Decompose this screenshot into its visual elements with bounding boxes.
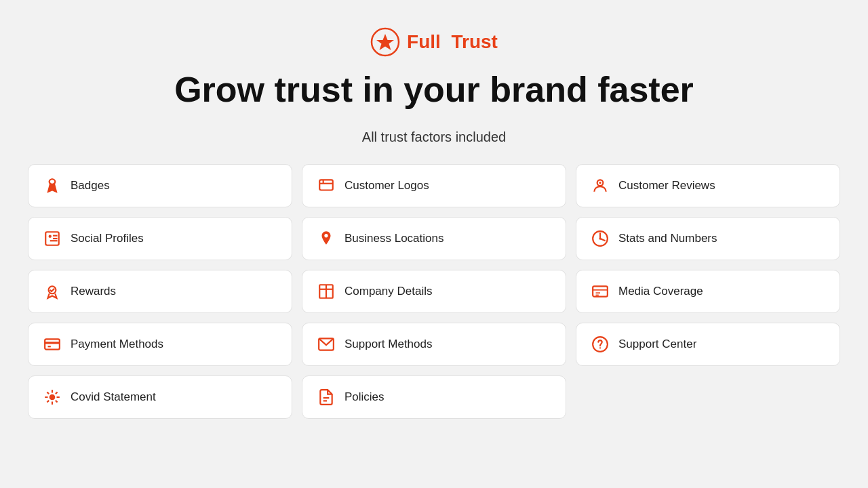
covid-icon — [43, 388, 61, 406]
stats-numbers-label: Stats and Numbers — [618, 232, 717, 245]
media-coverage-icon — [591, 283, 609, 300]
support-center-icon — [591, 336, 609, 353]
grid-item-rewards[interactable]: Rewards — [28, 270, 292, 313]
customer-logos-label: Customer Logos — [344, 179, 429, 192]
grid-item-payment-methods[interactable]: Payment Methods — [28, 323, 292, 366]
svg-line-32 — [47, 392, 49, 394]
logo-text-trust: Trust — [451, 31, 497, 52]
rewards-icon — [43, 283, 61, 300]
logo-text: Full Trust — [407, 31, 498, 53]
trust-factors-grid: Badges Customer Logos Customer Reviews S… — [14, 164, 854, 419]
business-locations-icon — [317, 230, 335, 247]
badges-icon — [43, 177, 61, 195]
grid-item-badges[interactable]: Badges — [28, 164, 292, 207]
svg-rect-21 — [45, 340, 60, 350]
svg-marker-1 — [376, 34, 394, 50]
svg-line-33 — [56, 401, 58, 403]
company-details-icon — [317, 283, 335, 300]
logo-text-full: Full — [407, 31, 441, 52]
grid-item-support-center[interactable]: Support Center — [576, 323, 840, 366]
grid-item-customer-reviews[interactable]: Customer Reviews — [576, 164, 840, 207]
grid-item-support-methods[interactable]: Support Methods — [302, 323, 566, 366]
customer-logos-icon — [317, 177, 335, 195]
stats-icon — [591, 230, 609, 247]
company-details-label: Company Details — [344, 285, 432, 298]
grid-item-media-coverage[interactable]: Media Coverage — [576, 270, 840, 313]
policies-icon — [317, 388, 335, 406]
svg-rect-17 — [593, 287, 608, 297]
grid-item-customer-logos[interactable]: Customer Logos — [302, 164, 566, 207]
svg-point-12 — [599, 238, 601, 240]
grid-item-business-locations[interactable]: Business Locations — [302, 217, 566, 260]
policies-label: Policies — [344, 390, 384, 404]
payment-methods-label: Payment Methods — [71, 338, 163, 351]
svg-point-27 — [50, 394, 56, 401]
svg-rect-2 — [319, 180, 333, 190]
logo-icon — [370, 27, 400, 57]
grid-item-covid-statement[interactable]: Covid Statement — [28, 375, 292, 419]
business-locations-label: Business Locations — [344, 232, 443, 245]
logo-row: Full Trust — [370, 27, 498, 57]
support-center-label: Support Center — [618, 338, 696, 351]
customer-reviews-icon — [591, 177, 609, 195]
social-profiles-label: Social Profiles — [71, 232, 144, 245]
section-subtitle: All trust factors included — [362, 129, 506, 145]
customer-reviews-label: Customer Reviews — [618, 179, 715, 192]
svg-point-8 — [49, 235, 52, 238]
covid-statement-label: Covid Statement — [71, 390, 156, 404]
svg-line-34 — [56, 392, 58, 394]
grid-item-stats-numbers[interactable]: Stats and Numbers — [576, 217, 840, 260]
badges-label: Badges — [71, 179, 110, 192]
media-coverage-label: Media Coverage — [618, 285, 703, 298]
svg-point-26 — [599, 348, 601, 349]
grid-item-company-details[interactable]: Company Details — [302, 270, 566, 313]
svg-line-35 — [47, 401, 49, 403]
social-profiles-icon — [43, 230, 61, 247]
hero-title: Grow trust in your brand faster — [174, 70, 694, 109]
support-methods-label: Support Methods — [344, 338, 432, 351]
grid-item-policies[interactable]: Policies — [302, 375, 566, 419]
support-methods-icon — [317, 336, 335, 353]
payment-methods-icon — [43, 336, 61, 353]
svg-point-6 — [599, 182, 601, 184]
rewards-label: Rewards — [71, 285, 116, 298]
header: Full Trust Grow trust in your brand fast… — [174, 27, 694, 109]
grid-item-social-profiles[interactable]: Social Profiles — [28, 217, 292, 260]
